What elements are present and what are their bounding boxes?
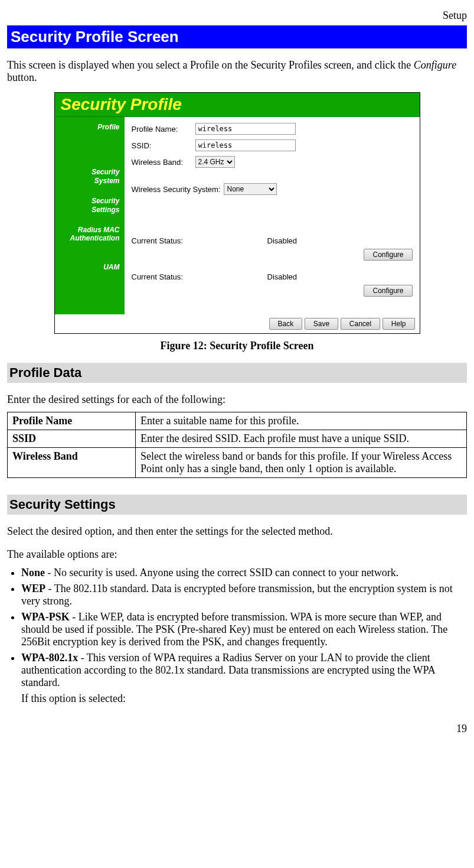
list-item: WEP - The 802.11b standard. Data is encr… (21, 583, 467, 607)
profile-data-intro: Enter the desired settings for each of t… (7, 394, 467, 406)
intro-configure-word: Configure (414, 59, 456, 71)
profile-data-heading: Profile Data (7, 363, 467, 383)
row-key: SSID (8, 430, 136, 448)
intro-paragraph: This screen is displayed when you select… (7, 59, 467, 84)
save-button[interactable]: Save (305, 318, 338, 330)
sidebar-text: System (94, 177, 120, 185)
sidebar-security-settings: Security Settings (60, 197, 120, 214)
screenshot-button-bar: Back Save Cancel Help (55, 314, 420, 333)
sidebar-security-system: Security System (60, 168, 120, 185)
ssid-input[interactable] (195, 139, 296, 151)
table-row: SSID Enter the desired SSID. Each profil… (8, 430, 467, 448)
intro-text-tail: button. (7, 71, 37, 83)
option-label: WEP (21, 583, 45, 594)
security-settings-heading: Security Settings (7, 495, 467, 515)
page-title: Security Profile Screen (7, 25, 467, 48)
sidebar-uam: UAM (60, 263, 120, 271)
row-val: Select the wireless band or bands for th… (136, 448, 467, 478)
uam-status-value: Disabled (267, 272, 298, 281)
option-text: - The 802.11b standard. Data is encrypte… (21, 583, 453, 607)
back-button[interactable]: Back (269, 318, 303, 330)
sidebar-radius: Radius MAC Authentication (60, 226, 120, 243)
list-item: WPA-802.1x - This version of WPA require… (21, 652, 467, 705)
option-label: None (21, 567, 45, 578)
security-settings-intro2: The available options are: (7, 548, 467, 561)
row-key: Wireless Band (8, 448, 136, 478)
list-item: WPA-PSK - Like WEP, data is encrypted be… (21, 611, 467, 648)
ssid-label: SSID: (132, 141, 195, 150)
option-text: - Like WEP, data is encrypted before tra… (21, 611, 447, 648)
help-button[interactable]: Help (383, 318, 415, 330)
sidebar-text: Radius MAC (78, 226, 120, 234)
screenshot-panel: Profile Name: SSID: Wireless Band: 2.4 G… (125, 117, 420, 314)
band-label: Wireless Band: (132, 158, 195, 167)
uam-configure-button[interactable]: Configure (364, 285, 412, 297)
table-row: Wireless Band Select the wireless band o… (8, 448, 467, 478)
intro-text: This screen is displayed when you select… (7, 59, 414, 71)
option-text: - No security is used. Anyone using the … (45, 567, 398, 578)
sidebar-profile: Profile (60, 123, 120, 131)
option-sub: If this option is selected: (21, 693, 467, 705)
security-settings-intro1: Select the desired option, and then ente… (7, 525, 467, 538)
profile-name-label: Profile Name: (132, 125, 195, 134)
radius-status-value: Disabled (267, 236, 298, 245)
sidebar-text: Authentication (70, 234, 120, 242)
list-item: None - No security is used. Anyone using… (21, 567, 467, 579)
figure-caption: Figure 12: Security Profile Screen (7, 340, 467, 352)
screenshot-title: Security Profile (55, 93, 420, 117)
page-number: 19 (7, 723, 467, 735)
band-select[interactable]: 2.4 GHz (195, 156, 235, 168)
screenshot-sidebar: Profile Security System Security Setting… (55, 117, 125, 314)
row-val: Enter the desired SSID. Each profile mus… (136, 430, 467, 448)
profile-data-table: Profile Name Enter a suitable name for t… (7, 412, 467, 478)
option-label: WPA-PSK (21, 611, 70, 623)
row-val: Enter a suitable name for this profile. (136, 412, 467, 430)
security-system-select[interactable]: None (224, 183, 277, 195)
table-row: Profile Name Enter a suitable name for t… (8, 412, 467, 430)
option-label: WPA-802.1x (21, 652, 78, 664)
sidebar-text: Security (91, 197, 119, 205)
row-key: Profile Name (8, 412, 136, 430)
sidebar-text: Security (91, 168, 119, 176)
security-profile-screenshot: Security Profile Profile Security System… (54, 92, 420, 334)
profile-name-input[interactable] (195, 123, 296, 135)
radius-configure-button[interactable]: Configure (364, 249, 412, 261)
cancel-button[interactable]: Cancel (341, 318, 380, 330)
radius-status-label: Current Status: (132, 236, 267, 245)
security-system-label: Wireless Security System: (132, 185, 221, 194)
option-text: - This version of WPA requires a Radius … (21, 652, 435, 688)
sidebar-text: Settings (91, 206, 119, 214)
uam-status-label: Current Status: (132, 272, 267, 281)
security-options-list: None - No security is used. Anyone using… (21, 567, 467, 705)
page-header: Setup (7, 9, 467, 22)
